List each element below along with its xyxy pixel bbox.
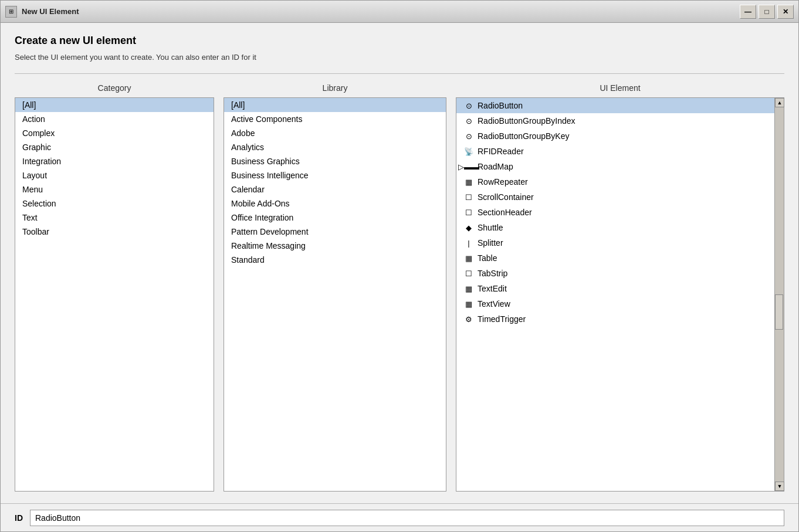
library-list[interactable]: [All]Active ComponentsAdobeAnalyticsBusi… xyxy=(224,97,446,492)
uielement-item[interactable]: ▦RowRepeater xyxy=(456,174,774,189)
roadmap-icon: ▷▬▬ xyxy=(463,161,474,172)
main-window: ⊞ New UI Element — □ ✕ Create a new UI e… xyxy=(0,0,799,532)
window-controls: — □ ✕ xyxy=(740,5,794,19)
radio-icon: ⊙ xyxy=(463,100,474,111)
minimize-button[interactable]: — xyxy=(740,5,756,19)
category-item[interactable]: Action xyxy=(15,112,214,126)
textedit-icon: ▦ xyxy=(463,283,474,294)
id-input[interactable] xyxy=(30,510,784,526)
uielement-item[interactable]: ▷▬▬RoadMap xyxy=(456,159,774,174)
uielement-item[interactable]: ☐ScrollContainer xyxy=(456,189,774,205)
rfid-icon: 📡 xyxy=(463,146,474,157)
category-item[interactable]: Complex xyxy=(15,126,214,140)
table-icon: ▦ xyxy=(463,253,474,263)
uielement-item[interactable]: ⊙RadioButtonGroupByIndex xyxy=(456,113,774,128)
category-item[interactable]: Text xyxy=(15,211,214,225)
scroll-track xyxy=(775,107,784,482)
library-item[interactable]: Pattern Development xyxy=(224,225,446,239)
scroll-thumb[interactable] xyxy=(775,294,783,330)
category-item[interactable]: Selection xyxy=(15,196,214,211)
category-item[interactable]: Menu xyxy=(15,182,214,196)
window-icon: ⊞ xyxy=(5,6,17,18)
category-list[interactable]: [All]ActionComplexGraphicIntegrationLayo… xyxy=(15,97,214,492)
uielement-item[interactable]: ⊙RadioButton xyxy=(456,98,774,113)
library-header: Library xyxy=(323,83,348,93)
library-item[interactable]: Business Graphics xyxy=(224,154,446,168)
library-item[interactable]: Adobe xyxy=(224,126,446,140)
library-item[interactable]: Analytics xyxy=(224,140,446,154)
category-item[interactable]: Toolbar xyxy=(15,225,214,239)
category-item[interactable]: Layout xyxy=(15,168,214,182)
library-item[interactable]: Office Integration xyxy=(224,211,446,225)
maximize-button[interactable]: □ xyxy=(759,5,775,19)
category-header: Category xyxy=(98,83,131,93)
scroll-down-button[interactable]: ▼ xyxy=(775,482,784,491)
title-bar: ⊞ New UI Element — □ ✕ xyxy=(1,1,798,23)
page-subtitle: Select the UI element you want to create… xyxy=(15,53,784,62)
library-item[interactable]: Business Intelligence xyxy=(224,168,446,182)
library-column: Library [All]Active ComponentsAdobeAnaly… xyxy=(224,83,446,492)
tabstrip-icon: ☐ xyxy=(463,268,474,279)
uielement-item[interactable]: 📡RFIDReader xyxy=(456,144,774,159)
scroll-icon: ☐ xyxy=(463,192,474,202)
uielement-list[interactable]: ⊙RadioButton⊙RadioButtonGroupByIndex⊙Rad… xyxy=(456,97,775,492)
category-item[interactable]: Graphic xyxy=(15,140,214,154)
uielement-item[interactable]: ⊙RadioButtonGroupByKey xyxy=(456,128,774,144)
uielement-item[interactable]: ◆Shuttle xyxy=(456,220,774,235)
uielement-column: UI Element ⊙RadioButton⊙RadioButtonGroup… xyxy=(456,83,784,492)
rowrep-icon: ▦ xyxy=(463,177,474,187)
library-item[interactable]: Mobile Add-Ons xyxy=(224,196,446,211)
uielement-item[interactable]: ▦TextView xyxy=(456,296,774,311)
category-item[interactable]: Integration xyxy=(15,154,214,168)
splitter-icon: | xyxy=(463,238,474,248)
uielement-item[interactable]: |Splitter xyxy=(456,235,774,250)
main-content: Create a new UI element Select the UI el… xyxy=(1,23,798,503)
divider xyxy=(15,73,784,74)
uielement-item[interactable]: ▦TextEdit xyxy=(456,281,774,296)
uielement-item[interactable]: ☐TabStrip xyxy=(456,266,774,281)
id-label: ID xyxy=(15,513,23,523)
timed-icon: ⚙ xyxy=(463,314,474,324)
library-item[interactable]: Active Components xyxy=(224,112,446,126)
category-column: Category [All]ActionComplexGraphicIntegr… xyxy=(15,83,214,492)
uielement-header: UI Element xyxy=(600,83,640,93)
uielement-scrollbar[interactable]: ▲ ▼ xyxy=(775,97,784,492)
shuttle-icon: ◆ xyxy=(463,222,474,233)
library-item[interactable]: [All] xyxy=(224,98,446,112)
window-title: New UI Element xyxy=(22,7,740,16)
uielement-item[interactable]: ▦Table xyxy=(456,250,774,266)
columns-area: Category [All]ActionComplexGraphicIntegr… xyxy=(15,83,784,492)
library-item[interactable]: Realtime Messaging xyxy=(224,239,446,253)
section-icon: ☐ xyxy=(463,207,474,218)
radiog-icon: ⊙ xyxy=(463,116,474,126)
library-item[interactable]: Calendar xyxy=(224,182,446,196)
uielement-item[interactable]: ☐SectionHeader xyxy=(456,205,774,220)
uielement-list-wrapper: ⊙RadioButton⊙RadioButtonGroupByIndex⊙Rad… xyxy=(456,97,784,492)
scroll-up-button[interactable]: ▲ xyxy=(775,98,784,107)
library-item[interactable]: Standard xyxy=(224,253,446,267)
footer: ID xyxy=(1,503,798,531)
uielement-item[interactable]: ⚙TimedTrigger xyxy=(456,311,774,327)
category-item[interactable]: [All] xyxy=(15,98,214,112)
radiogk-icon: ⊙ xyxy=(463,131,474,141)
page-title: Create a new UI element xyxy=(15,35,784,47)
textview-icon: ▦ xyxy=(463,299,474,309)
close-button[interactable]: ✕ xyxy=(777,5,794,19)
